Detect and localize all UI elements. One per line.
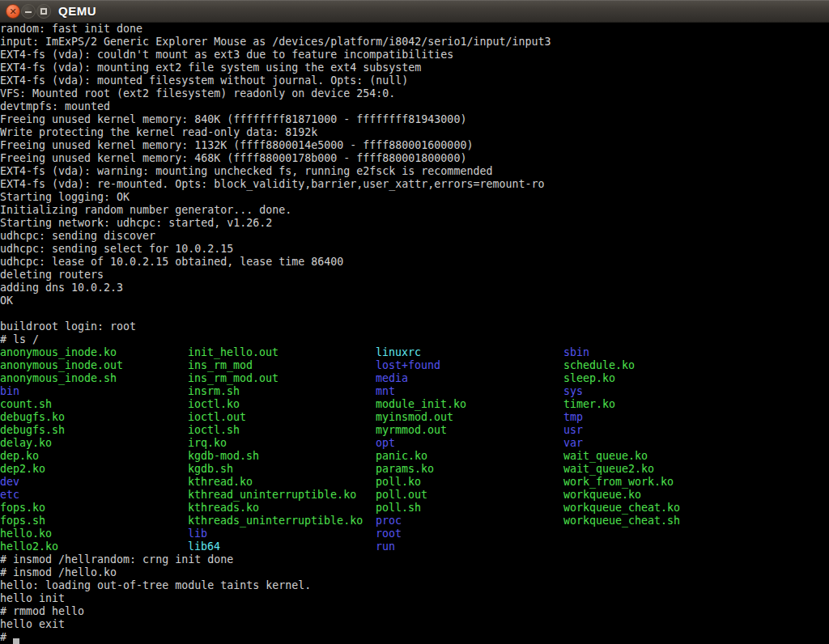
file-entry: ioctl.sh (188, 424, 376, 437)
ls-row: fops.shkthreads_uninterruptible.koprocwo… (0, 515, 829, 527)
file-entry: kthreads_uninterruptible.ko (188, 515, 376, 527)
file-entry: kthread.ko (188, 476, 376, 489)
file-entry: ioctl.ko (188, 398, 376, 411)
file-entry: var (563, 437, 751, 450)
ls-row: delay.koirq.kooptvar (0, 437, 829, 450)
console-line: hello init (0, 592, 829, 605)
file-entry: schedule.ko (563, 359, 751, 372)
console-line: hello exit (0, 618, 829, 631)
file-entry: bin (0, 385, 188, 398)
file-entry: dep.ko (0, 450, 188, 463)
ls-row: hello.kolibroot (0, 527, 829, 540)
console-line: VFS: Mounted root (ext2 filesystem) read… (0, 87, 829, 100)
file-entry: timer.ko (563, 398, 751, 411)
file-entry: media (376, 372, 563, 385)
text-cursor (13, 631, 19, 644)
console-line: udhcpc: sending select for 10.0.2.15 (0, 243, 829, 256)
console-line: hello: loading out-of-tree module taints… (0, 579, 829, 592)
ls-row: debugfs.shioctl.shmyrmmod.outusr (0, 424, 829, 437)
ls-row: debugfs.koioctl.outmyinsmod.outtmp (0, 411, 829, 424)
ls-row: dep2.kokgdb.shparams.kowait_queue2.ko (0, 463, 829, 476)
file-entry: lib (188, 527, 376, 540)
file-entry: workqueue_cheat.ko (563, 502, 751, 515)
console-line: Starting logging: OK (0, 191, 829, 204)
ls-output: anonymous_inode.koinit_hello.outlinuxrcs… (0, 346, 829, 553)
file-entry: wait_queue.ko (563, 450, 751, 463)
file-entry: ioctl.out (188, 411, 376, 424)
console-line: deleting routers (0, 269, 829, 282)
file-entry: debugfs.ko (0, 411, 188, 424)
close-button[interactable]: ✕ (6, 4, 20, 19)
console-line: EXT4-fs (vda): re-mounted. Opts: block_v… (0, 178, 829, 191)
file-entry: delay.ko (0, 437, 188, 450)
ls-row: anonymous_inode.koinit_hello.outlinuxrcs… (0, 346, 829, 359)
ls-row: etckthread_uninterruptible.kopoll.outwor… (0, 489, 829, 502)
console-line: EXT4-fs (vda): warning: mounting uncheck… (0, 165, 829, 178)
prompt-text: # (0, 631, 13, 643)
file-entry: lib64 (188, 540, 376, 553)
ls-row: anonymous_inode.outins_rm_modlost+founds… (0, 359, 829, 372)
file-entry: kgdb-mod.sh (188, 450, 376, 463)
file-entry: hello2.ko (0, 540, 188, 553)
file-entry: sleep.ko (563, 372, 751, 385)
console-line: udhcpc: lease of 10.0.2.15 obtained, lea… (0, 256, 829, 269)
file-entry: kthread_uninterruptible.ko (188, 489, 376, 502)
close-icon: ✕ (6, 6, 19, 19)
file-entry: run (376, 540, 563, 553)
file-entry: debugfs.sh (0, 424, 188, 437)
file-entry: sbin (563, 346, 751, 359)
file-entry: root (376, 527, 563, 540)
ls-row: count.shioctl.komodule_init.kotimer.ko (0, 398, 829, 411)
console-line: buildroot login: root (0, 320, 829, 333)
title-bar: ✕ QEMU (0, 0, 829, 23)
file-entry: tmp (563, 411, 751, 424)
ls-row: dep.kokgdb-mod.shpanic.kowait_queue.ko (0, 450, 829, 463)
terminal-screen[interactable]: random: fast init doneinput: ImExPS/2 Ge… (0, 23, 829, 644)
console-line: # insmod /hellrandom: crng init done (0, 553, 829, 566)
file-entry: ins_rm_mod.out (188, 372, 376, 385)
console-line: Freeing unused kernel memory: 1132K (fff… (0, 139, 829, 152)
file-entry: lost+found (376, 359, 563, 372)
file-entry: fops.ko (0, 502, 188, 515)
console-line: Freeing unused kernel memory: 468K (ffff… (0, 152, 829, 165)
file-entry: fops.sh (0, 515, 188, 527)
file-entry: mnt (376, 385, 563, 398)
maximize-button[interactable] (36, 4, 51, 19)
file-entry: sys (563, 385, 751, 398)
file-entry: proc (376, 515, 563, 527)
console-line: udhcpc: sending discover (0, 230, 829, 243)
shell-log: # insmod /hellrandom: crng init done# in… (0, 553, 829, 631)
file-entry: ins_rm_mod (188, 359, 376, 372)
file-entry: wait_queue2.ko (563, 463, 751, 476)
file-entry: myinsmod.out (376, 411, 563, 424)
file-entry: kthreads.ko (188, 502, 376, 515)
file-entry: workqueue.ko (563, 489, 751, 502)
console-line: OK (0, 294, 829, 307)
ls-row: bininsrm.shmntsys (0, 385, 829, 398)
console-line (0, 307, 829, 320)
file-entry: module_init.ko (376, 398, 563, 411)
file-entry: opt (376, 437, 563, 450)
boot-log: random: fast init doneinput: ImExPS/2 Ge… (0, 23, 829, 346)
file-entry: kgdb.sh (188, 463, 376, 476)
prompt-line: # (0, 631, 829, 644)
ls-row: devkthread.kopoll.kowork_from_work.ko (0, 476, 829, 489)
file-entry: init_hello.out (188, 346, 376, 359)
file-entry: linuxrc (376, 346, 563, 359)
console-line: random: fast init done (0, 23, 829, 36)
file-entry: work_from_work.ko (563, 476, 751, 489)
minimize-icon (25, 11, 32, 13)
file-entry: poll.sh (376, 502, 563, 515)
minimize-button[interactable] (21, 4, 36, 19)
ls-row: anonymous_inode.shins_rm_mod.outmediasle… (0, 372, 829, 385)
file-entry: poll.ko (376, 476, 563, 489)
console-line: Initializing random number generator... … (0, 204, 829, 217)
file-entry: hello.ko (0, 527, 188, 540)
console-line: EXT4-fs (vda): mounting ext2 file system… (0, 61, 829, 74)
console-line: # ls / (0, 333, 829, 346)
console-line: devtmpfs: mounted (0, 100, 829, 113)
file-entry: workqueue_cheat.sh (563, 515, 751, 527)
ls-row: fops.kokthreads.kopoll.shworkqueue_cheat… (0, 502, 829, 515)
file-entry: count.sh (0, 398, 188, 411)
maximize-icon (40, 8, 47, 15)
